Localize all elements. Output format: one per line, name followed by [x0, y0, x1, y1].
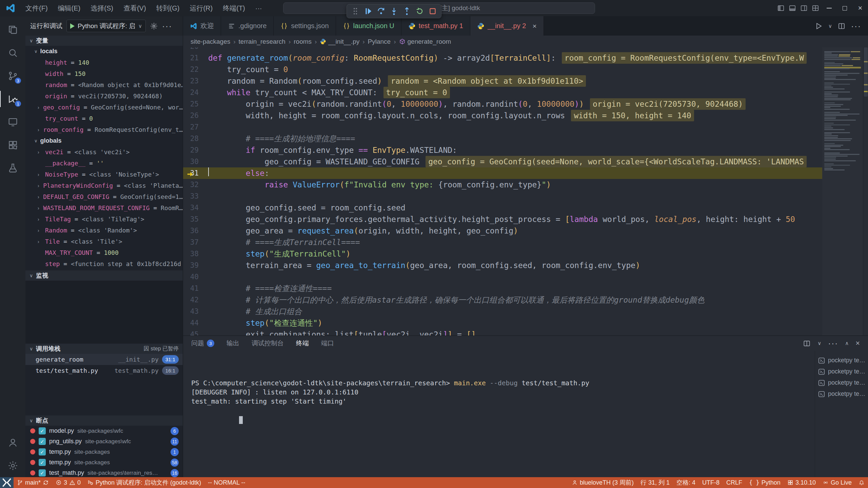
panel-tab-输出[interactable]: 输出 — [226, 336, 239, 351]
breakpoint-row[interactable]: ✓model.pysite-packages\wfc6 — [25, 426, 183, 436]
vim-mode-indicator[interactable]: -- NORMAL -- — [204, 477, 249, 488]
variable-row[interactable]: ›vec2i = <class 'vec2i'> — [25, 146, 183, 158]
variable-row[interactable]: ›DEFAULT_GEO_CONFIG = GeoConfig(seed=1… — [25, 191, 183, 202]
code-line-26[interactable]: 26 width, height = room_config.layout.n_… — [183, 110, 822, 121]
scrollbar-thumb[interactable] — [864, 47, 868, 97]
go-live-button[interactable]: Go Live — [819, 477, 855, 488]
code-line-23[interactable]: 23 random = Random(room_config.seed)rand… — [183, 75, 822, 87]
toggle-secondary-sidebar-icon[interactable] — [798, 0, 810, 16]
code-line-37[interactable]: 37 # ====生成TerrainCell==== — [183, 237, 822, 248]
activity-extensions-icon[interactable] — [0, 134, 25, 157]
scrollbar[interactable] — [863, 47, 868, 336]
language-mode[interactable]: { } Python — [746, 477, 784, 488]
breakpoint-row[interactable]: ✓test_math.pysite-packages\terrain_res…1… — [25, 468, 183, 477]
terminal-instance[interactable]: pocketpy te… — [815, 377, 868, 388]
panel-tab-端口[interactable]: 端口 — [321, 336, 334, 351]
more-actions-icon[interactable]: ··· — [828, 339, 838, 348]
debug-config-dropdown[interactable]: Python 调试程序: 启 ∨ — [66, 20, 146, 32]
eol-setting[interactable]: CRLF — [723, 477, 746, 488]
activity-run-and-debug-icon[interactable]: 1 — [0, 87, 25, 110]
stack-frame[interactable]: generate_room__init__.py31:1 — [25, 354, 183, 365]
terminal-instance[interactable]: pocketpy te… — [815, 355, 868, 366]
menu-item-6[interactable]: 终端(T) — [218, 0, 250, 16]
variable-row[interactable]: ›NoiseType = <class 'NoiseType'> — [25, 169, 183, 180]
variable-row[interactable]: MAX_TRY_COUNT = 1000 — [25, 247, 183, 258]
start-debug-icon[interactable] — [70, 23, 75, 29]
split-editor-icon[interactable] — [837, 22, 846, 30]
variable-row[interactable]: ›PlanetaryWindConfig = <class 'Planeta… — [25, 180, 183, 191]
breadcrumb-item[interactable]: Pylance — [368, 38, 391, 45]
code-line-42[interactable]: 42 # 计算每一个出口的中心，然后使用astar生成路径，确保每一个出口组合都… — [183, 294, 822, 306]
breadcrumb-item[interactable]: __init__.py — [320, 38, 359, 45]
activity-settings-icon[interactable] — [0, 454, 25, 477]
cursor-position[interactable]: 行 31, 列 1 — [637, 477, 673, 488]
toggle-panel-icon[interactable] — [787, 0, 798, 16]
variable-row[interactable]: ›Tile = <class 'Tile'> — [25, 236, 183, 247]
variable-row[interactable]: origin = vec2i(7205730, 9024468) — [25, 90, 183, 102]
activity-search-icon[interactable] — [0, 41, 25, 64]
code-line-31[interactable]: 31 else: — [183, 167, 822, 179]
maximize-panel-icon[interactable]: ∧ — [845, 340, 849, 346]
close-tab-icon[interactable]: × — [532, 22, 536, 30]
code-line-32[interactable]: 32 raise ValueError(f"Invalid env type: … — [183, 179, 822, 190]
menu-item-4[interactable]: 转到(G) — [151, 0, 185, 16]
menu-item-7[interactable]: ··· — [250, 0, 267, 16]
minimize-button[interactable] — [821, 0, 837, 16]
stack-frame[interactable]: test/test_math.pytest_math.py16:1 — [25, 365, 183, 376]
close-button[interactable]: × — [852, 0, 868, 16]
variable-row[interactable]: __package__ = '' — [25, 158, 183, 169]
breakpoint-checkbox[interactable]: ✓ — [39, 448, 46, 455]
remote-indicator[interactable] — [0, 477, 14, 488]
chevron-down-icon[interactable]: ∨ — [817, 340, 821, 346]
activity-explorer-icon[interactable] — [0, 18, 25, 41]
code-line-44[interactable]: 44 step("检查连通性") — [183, 317, 822, 329]
code-line-36[interactable]: 36 geo_area = request_area(origin, width… — [183, 225, 822, 237]
terminal-output[interactable]: PS C:\computer_science\godot-ldtk\site-p… — [183, 351, 815, 477]
step-into-icon[interactable] — [388, 5, 400, 17]
code-line-39[interactable]: 39 terrain_area = geo_area_to_terrain(ge… — [183, 260, 822, 271]
tab-settings.json[interactable]: settings.json — [274, 16, 336, 36]
breakpoint-checkbox[interactable]: ✓ — [39, 459, 46, 466]
breadcrumb-item[interactable]: site-packages — [191, 38, 230, 45]
variable-row[interactable]: step = <function step at 0x1bf8cd216d — [25, 258, 183, 269]
more-actions-icon[interactable]: ··· — [851, 21, 861, 31]
run-dropdown-icon[interactable]: ∨ — [828, 23, 832, 29]
tab-launch.json[interactable]: launch.json U — [336, 16, 401, 36]
call-stack-section-header[interactable]: ∨ 调用堆栈 因 step 已暂停 — [25, 344, 183, 354]
breakpoint-checkbox[interactable]: ✓ — [39, 438, 46, 445]
code-line-45[interactable]: 45 exit_combinations: list[tuple[vec2i, … — [183, 329, 822, 336]
tab-.gdignore[interactable]: .gdignore — [221, 16, 274, 36]
notifications-bell-icon[interactable] — [855, 477, 868, 488]
variable-row[interactable]: ›room_config = RoomRequestConfig(env_t… — [25, 124, 183, 135]
restart-icon[interactable] — [414, 5, 426, 17]
breadcrumb-item[interactable]: rooms — [294, 38, 312, 45]
run-python-file-icon[interactable] — [815, 22, 823, 30]
scope-globals[interactable]: ∨globals — [25, 135, 183, 146]
code-line-41[interactable]: 41 # ====检查连通性==== — [183, 283, 822, 294]
variable-row[interactable]: try_count = 0 — [25, 113, 183, 124]
panel-tab-终端[interactable]: 终端 — [296, 336, 309, 351]
debug-session-status[interactable]: Python 调试程序: 启动文件 (godot-ldtk) — [84, 477, 204, 488]
code-editor[interactable]: 2021def generate_room(room_config: RoomR… — [183, 47, 868, 336]
code-line-30[interactable]: 30 geo_config = WASTELAND_GEO_CONFIGgeo_… — [183, 156, 822, 167]
variable-row[interactable]: width = 150 — [25, 68, 183, 79]
code-line-35[interactable]: 35 geo_config.primary_forces.geothermal_… — [183, 214, 822, 225]
breadcrumb-item[interactable]: terrain_research — [239, 38, 285, 45]
customize-layout-icon[interactable] — [810, 0, 821, 16]
terminal-views-icon[interactable] — [803, 340, 811, 347]
code-line-27[interactable]: 27 — [183, 121, 822, 133]
continue-icon[interactable] — [362, 5, 374, 17]
variable-row[interactable]: random = <Random object at 0x1bf9d01e… — [25, 79, 183, 90]
code-line-20[interactable]: 20 — [183, 47, 822, 52]
breakpoint-row[interactable]: ✓temp.pysite-packages1 — [25, 447, 183, 457]
activity-accounts-icon[interactable] — [0, 431, 25, 454]
variable-row[interactable]: ›Random = <class 'Random'> — [25, 225, 183, 236]
activity-testing-icon[interactable] — [0, 157, 25, 180]
variables-section-header[interactable]: ∨ 变量 — [25, 36, 183, 46]
close-panel-icon[interactable]: × — [855, 339, 860, 348]
git-branch-status[interactable]: main* — [14, 477, 52, 488]
breadcrumb-item[interactable]: generate_room — [399, 38, 451, 45]
variable-row[interactable]: height = 140 — [25, 57, 183, 68]
menu-item-0[interactable]: 文件(F) — [20, 0, 53, 16]
problems-status[interactable]: 3 0 — [52, 477, 84, 488]
